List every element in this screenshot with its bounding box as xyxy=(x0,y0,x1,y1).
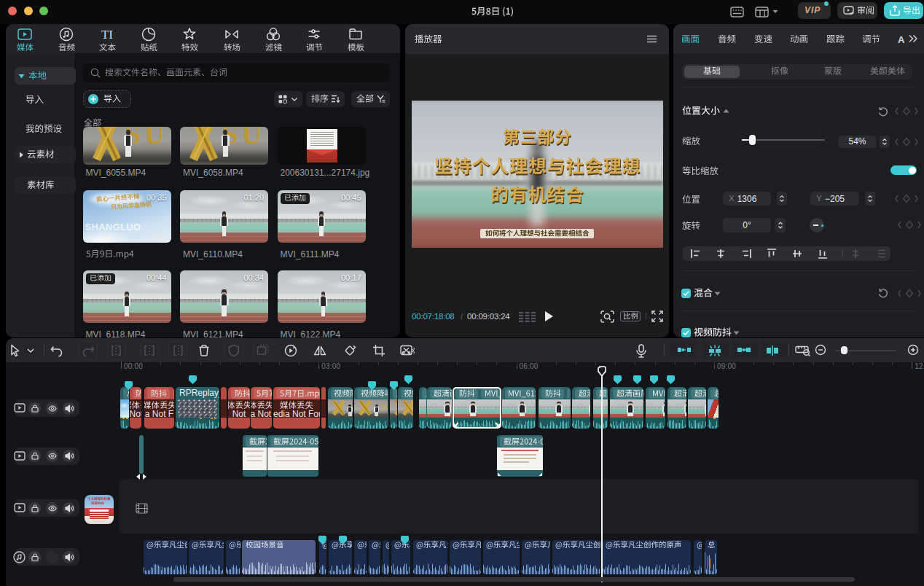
svg-text:TI: TI xyxy=(101,28,113,42)
